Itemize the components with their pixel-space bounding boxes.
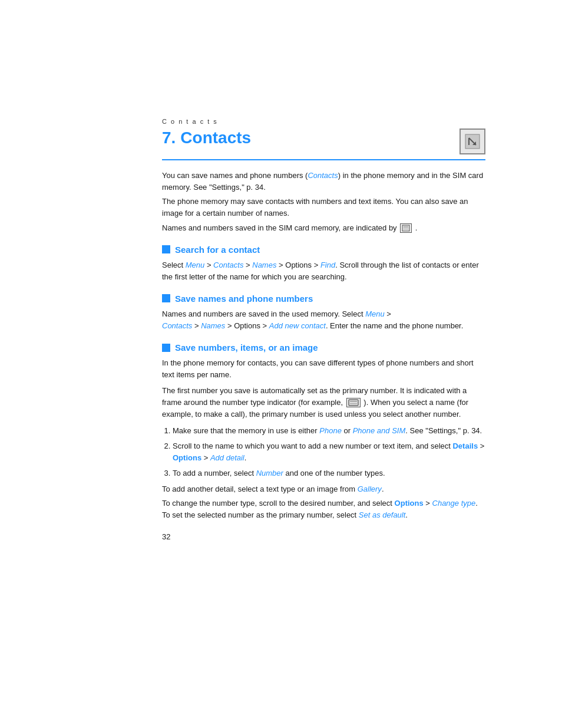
contacts-link-save[interactable]: Contacts [162, 321, 192, 330]
change-type-link[interactable]: Change type [432, 499, 476, 508]
save-names-section-body: Names and numbers are saved in the used … [162, 308, 485, 332]
search-section-square [162, 245, 170, 253]
content-area: C o n t a c t s 7. Contacts You can save… [0, 0, 562, 571]
save-names-section-title: Save names and phone numbers [175, 294, 313, 304]
chapter-title: Contacts [180, 129, 251, 147]
section-label: C o n t a c t s [162, 118, 485, 125]
menu-link-save[interactable]: Menu [365, 309, 385, 318]
save-numbers-section-heading: Save numbers, items, or an image [162, 342, 485, 353]
options-link-2[interactable]: Options [395, 499, 424, 508]
contacts-icon [464, 133, 481, 150]
contacts-link-search[interactable]: Contacts [213, 261, 243, 269]
save-numbers-section-square [162, 344, 170, 352]
chapter-icon [459, 129, 485, 154]
list-item-3: To add a number, select Number and one o… [173, 467, 485, 479]
menu-link-search[interactable]: Menu [186, 261, 205, 269]
save-numbers-extra: The first number you save is automatical… [162, 385, 485, 420]
gallery-link[interactable]: Gallery [358, 485, 382, 493]
indented-paras: To add another detail, select a text typ… [162, 483, 485, 521]
number-type-icon [346, 398, 361, 407]
save-numbers-section-title: Save numbers, items, or an image [175, 342, 318, 353]
chapter-number: 7. [162, 129, 176, 147]
phone-and-sim-link[interactable]: Phone and SIM [353, 426, 406, 435]
find-link[interactable]: Find [320, 261, 335, 269]
svg-rect-8 [350, 401, 357, 402]
search-section-body: Select Menu > Contacts > Names > Options… [162, 259, 485, 283]
phone-link[interactable]: Phone [319, 426, 342, 435]
names-link-save[interactable]: Names [201, 321, 225, 330]
save-names-section-square [162, 294, 170, 302]
save-numbers-intro: In the phone memory for contacts, you ca… [162, 357, 485, 381]
details-link[interactable]: Details [452, 442, 478, 450]
chapter-header: 7. Contacts [162, 129, 485, 160]
numbered-list: Make sure that the memory in use is eith… [173, 425, 485, 480]
save-names-section-heading: Save names and phone numbers [162, 294, 485, 304]
intro-para-2: The phone memory may save contacts with … [162, 196, 485, 219]
sim-card-icon [400, 223, 412, 233]
options-link[interactable]: Options [173, 453, 201, 462]
svg-rect-6 [404, 229, 408, 229]
svg-rect-10 [348, 401, 349, 404]
list-item-1: Make sure that the memory in use is eith… [173, 425, 485, 437]
add-detail-link[interactable]: Add detail [210, 453, 244, 462]
page: C o n t a c t s 7. Contacts You can save… [0, 0, 562, 728]
search-section-title: Search for a contact [175, 245, 260, 255]
intro-para-3: Names and numbers saved in the SIM card … [162, 222, 485, 234]
svg-rect-9 [350, 403, 357, 404]
names-link-search[interactable]: Names [252, 261, 276, 269]
svg-rect-5 [404, 226, 408, 228]
set-as-default-link[interactable]: Set as default [359, 510, 406, 519]
svg-rect-7 [349, 400, 358, 406]
indented-para-2: To change the number type, scroll to the… [162, 498, 485, 521]
search-section-heading: Search for a contact [162, 245, 485, 255]
intro-para-1: You can save names and phone numbers (Co… [162, 170, 485, 193]
svg-rect-4 [402, 225, 409, 231]
list-item-2: Scroll to the name to which you want to … [173, 440, 485, 464]
indented-para-1: To add another detail, select a text typ… [162, 483, 485, 495]
contacts-link[interactable]: Contacts [308, 171, 338, 180]
add-new-contact-link[interactable]: Add new contact [269, 321, 326, 330]
number-link[interactable]: Number [256, 469, 283, 477]
page-number: 32 [162, 532, 170, 541]
